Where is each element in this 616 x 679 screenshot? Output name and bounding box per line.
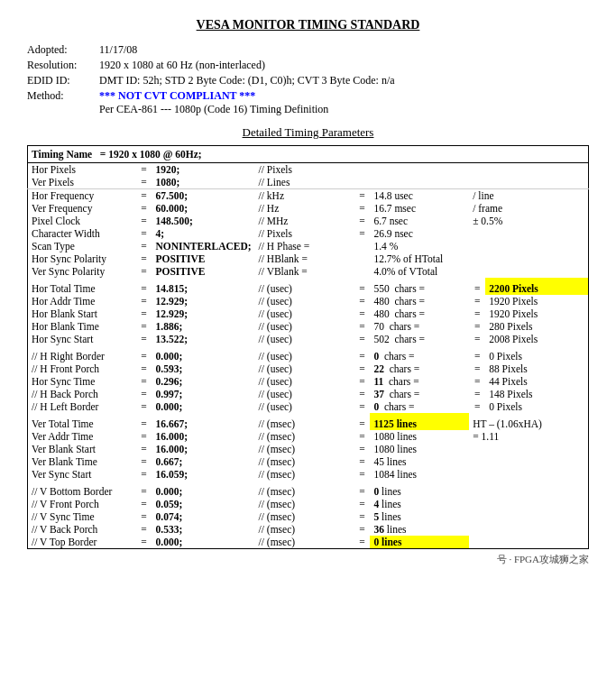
table-row: Hor Blank Start = 12.929; // (usec) = 48… (28, 307, 589, 320)
edid-value: DMT ID: 52h; STD 2 Byte Code: (D1, C0)h;… (99, 74, 395, 87)
table-row: // H Left Border = 0.000; // (usec) = 0 … (28, 400, 589, 413)
table-row: Ver Pixels = 1080; // Lines (28, 176, 589, 189)
table-row: Hor Pixels = 1920; // Pixels (28, 163, 589, 177)
table-row: // V Front Porch = 0.059; // (msec) = 4 … (28, 498, 589, 510)
table-row: // V Sync Time = 0.074; // (msec) = 5 li… (28, 510, 589, 523)
section-title: Detailed Timing Parameters (27, 125, 589, 140)
table-row: Character Width = 4; // Pixels = 26.9 ns… (28, 227, 589, 240)
table-row: Ver Sync Start = 16.059; // (msec) = 108… (28, 468, 589, 481)
meta-section: Adopted: 11/17/08 Resolution: 1920 x 108… (27, 43, 589, 116)
table-row: Hor Blank Time = 1.886; // (usec) = 70 c… (28, 320, 589, 333)
table-row: Hor Total Time = 14.815; // (usec) = 550… (28, 278, 589, 295)
table-row: // H Back Porch = 0.997; // (usec) = 37 … (28, 388, 589, 400)
table-row: Ver Total Time = 16.667; // (msec) = 112… (28, 413, 589, 430)
timing-name-value: = 1920 x 1080 @ 60Hz; (100, 149, 202, 160)
table-row: // V Top Border = 0.000; // (msec) = 0 l… (28, 536, 589, 549)
table-row: // H Front Porch = 0.593; // (usec) = 22… (28, 362, 589, 375)
table-row: Hor Sync Start = 13.522; // (usec) = 502… (28, 333, 589, 345)
table-row: Hor Frequency = 67.500; // kHz = 14.8 us… (28, 189, 589, 203)
table-row: Ver Blank Time = 0.667; // (msec) = 45 l… (28, 455, 589, 468)
table-row: // H Right Border = 0.000; // (usec) = 0… (28, 345, 589, 362)
table-row: Hor Addr Time = 12.929; // (usec) = 480 … (28, 295, 589, 307)
table-row: Ver Blank Start = 16.000; // (msec) = 10… (28, 443, 589, 455)
table-row: Hor Sync Time = 0.296; // (usec) = 11 ch… (28, 375, 589, 388)
timing-table: Timing Name = 1920 x 1080 @ 60Hz; Hor Pi… (27, 145, 589, 549)
table-row: Hor Sync Polarity = POSITIVE // HBlank =… (28, 252, 589, 265)
method-value: *** NOT CVT COMPLIANT *** Per CEA-861 --… (99, 89, 328, 116)
table-row: // V Back Porch = 0.533; // (msec) = 36 … (28, 523, 589, 536)
adopted-value: 11/17/08 (99, 43, 137, 57)
param-name: Hor Pixels (28, 163, 136, 177)
table-row: Ver Frequency = 60.000; // Hz = 16.7 mse… (28, 202, 589, 215)
timing-name-row: Timing Name = 1920 x 1080 @ 60Hz; (28, 146, 589, 163)
table-row: Pixel Clock = 148.500; // MHz = 6.7 nsec… (28, 215, 589, 227)
timing-name-label: Timing Name (32, 149, 92, 160)
not-compliant-text: *** NOT CVT COMPLIANT *** (99, 89, 255, 102)
watermark: 号 · FPGA攻城狮之家 (27, 553, 589, 566)
resolution-label: Resolution: (27, 59, 99, 72)
resolution-value: 1920 x 1080 at 60 Hz (non-interlaced) (99, 59, 265, 72)
table-row: Ver Addr Time = 16.000; // (msec) = 1080… (28, 430, 589, 443)
method-label: Method: (27, 89, 99, 116)
table-row: // V Bottom Border = 0.000; // (msec) = … (28, 481, 589, 498)
page-title: VESA MONITOR TIMING STANDARD (27, 18, 589, 32)
table-row: Ver Sync Polarity = POSITIVE // VBlank =… (28, 265, 589, 278)
edid-label: EDID ID: (27, 74, 99, 87)
method-line2: Per CEA-861 --- 1080p (Code 16) Timing D… (99, 103, 328, 115)
table-row: Scan Type = NONINTERLACED; // H Phase = … (28, 240, 589, 252)
adopted-label: Adopted: (27, 43, 99, 57)
